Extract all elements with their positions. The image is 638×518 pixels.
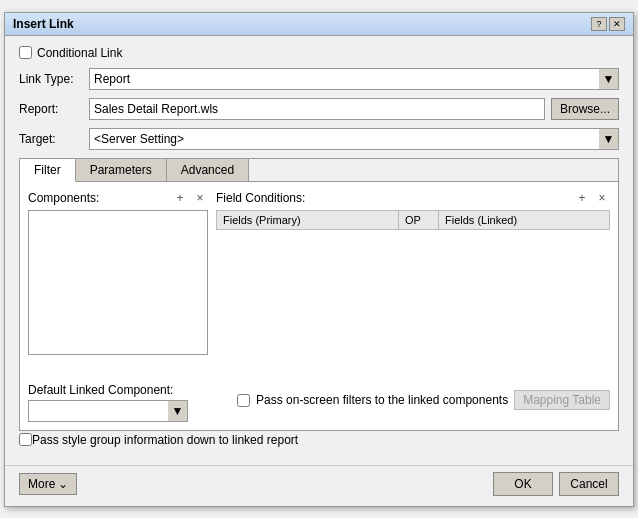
components-remove-icon[interactable]: ×	[192, 190, 208, 206]
field-conditions-panel: Field Conditions: + × Fields (Primary) O…	[216, 190, 610, 375]
pass-style-checkbox[interactable]	[19, 433, 32, 446]
components-header: Components: + ×	[28, 190, 208, 206]
pass-filters-checkbox[interactable]	[237, 394, 250, 407]
components-add-icon[interactable]: +	[172, 190, 188, 206]
browse-button[interactable]: Browse...	[551, 98, 619, 120]
conditions-icons: + ×	[574, 190, 610, 206]
report-label: Report:	[19, 102, 89, 116]
default-linked-section: Default Linked Component: ▼	[28, 383, 188, 422]
tabs-header: Filter Parameters Advanced	[20, 159, 618, 182]
field-conditions-label: Field Conditions:	[216, 191, 305, 205]
components-panel: Components: + ×	[28, 190, 208, 375]
components-label: Components:	[28, 191, 99, 205]
link-type-select[interactable]: Report	[89, 68, 619, 90]
tabs-section: Filter Parameters Advanced Components: +…	[19, 158, 619, 431]
conditions-remove-icon[interactable]: ×	[594, 190, 610, 206]
col-op: OP	[399, 210, 439, 229]
link-type-row: Link Type: Report ▼	[19, 68, 619, 90]
conditional-link-checkbox[interactable]	[19, 46, 32, 59]
footer-right: OK Cancel	[493, 472, 619, 496]
conditions-header-row: Field Conditions: + ×	[216, 190, 610, 206]
ok-button[interactable]: OK	[493, 472, 553, 496]
link-type-label: Link Type:	[19, 72, 89, 86]
dialog-body: Conditional Link Link Type: Report ▼ Rep…	[5, 36, 633, 465]
title-bar: Insert Link ? ✕	[5, 13, 633, 36]
conditions-table: Fields (Primary) OP Fields (Linked)	[216, 210, 610, 375]
pass-filters-label: Pass on-screen filters to the linked com…	[256, 393, 508, 407]
target-dropdown-wrapper: <Server Setting> ▼	[89, 128, 619, 150]
report-input[interactable]	[89, 98, 545, 120]
default-linked-label: Default Linked Component:	[28, 383, 188, 397]
filter-tab-content: Components: + × Field Conditions:	[20, 182, 618, 430]
default-linked-dropdown-wrapper: ▼	[28, 400, 188, 422]
more-chevron-icon: ⌄	[58, 477, 68, 491]
dialog-footer: More ⌄ OK Cancel	[5, 465, 633, 506]
conditional-link-label: Conditional Link	[37, 46, 122, 60]
report-row: Report: Browse...	[19, 98, 619, 120]
title-bar-buttons: ? ✕	[591, 17, 625, 31]
help-button[interactable]: ?	[591, 17, 607, 31]
components-list[interactable]	[28, 210, 208, 355]
tab-filter[interactable]: Filter	[20, 159, 76, 182]
default-linked-select[interactable]	[28, 400, 188, 422]
dialog-title: Insert Link	[13, 17, 74, 31]
pass-style-row: Pass style group information down to lin…	[19, 433, 619, 447]
conditional-link-row: Conditional Link	[19, 46, 619, 60]
col-fields-linked: Fields (Linked)	[439, 210, 610, 229]
components-icons: + ×	[172, 190, 208, 206]
cancel-button[interactable]: Cancel	[559, 472, 619, 496]
filter-bottom: Default Linked Component: ▼ Pass on-scre…	[28, 379, 610, 422]
pass-filters-row: Pass on-screen filters to the linked com…	[237, 390, 610, 410]
col-fields-primary: Fields (Primary)	[217, 210, 399, 229]
conditions-add-icon[interactable]: +	[574, 190, 590, 206]
more-button[interactable]: More ⌄	[19, 473, 77, 495]
target-row: Target: <Server Setting> ▼	[19, 128, 619, 150]
pass-style-label: Pass style group information down to lin…	[32, 433, 298, 447]
tab-parameters[interactable]: Parameters	[76, 159, 167, 181]
target-label: Target:	[19, 132, 89, 146]
filter-layout: Components: + × Field Conditions:	[28, 190, 610, 375]
close-button[interactable]: ✕	[609, 17, 625, 31]
insert-link-dialog: Insert Link ? ✕ Conditional Link Link Ty…	[4, 12, 634, 507]
tab-advanced[interactable]: Advanced	[167, 159, 249, 181]
more-label: More	[28, 477, 55, 491]
mapping-table-button[interactable]: Mapping Table	[514, 390, 610, 410]
link-type-dropdown-wrapper: Report ▼	[89, 68, 619, 90]
target-select[interactable]: <Server Setting>	[89, 128, 619, 150]
